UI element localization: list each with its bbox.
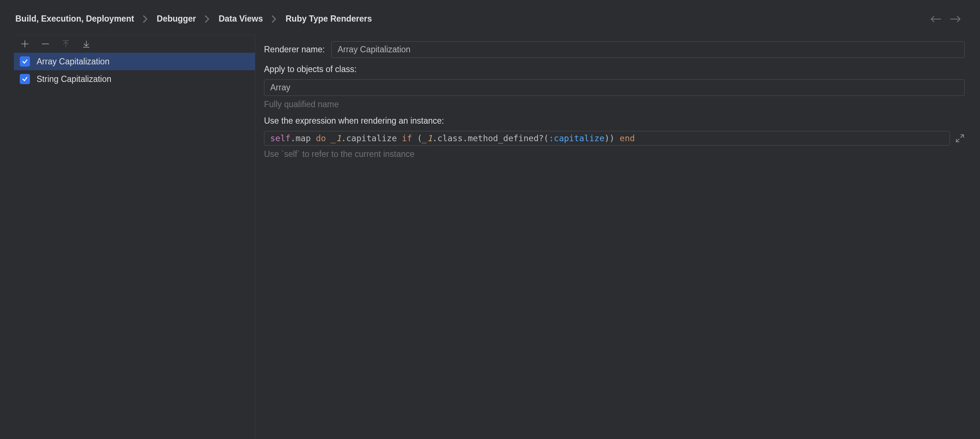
chevron-right-icon	[205, 15, 210, 23]
expression-label: Use the expression when rendering an ins…	[264, 116, 965, 126]
breadcrumb-item[interactable]: Build, Execution, Deployment	[15, 14, 134, 24]
breadcrumb-item[interactable]: Ruby Type Renderers	[286, 14, 372, 24]
expression-input[interactable]: self.map do _1.capitalize if (_1.class.m…	[264, 131, 950, 145]
add-button[interactable]	[21, 40, 29, 48]
renderer-name-label: Renderer name:	[264, 45, 325, 54]
breadcrumb-item[interactable]: Debugger	[157, 14, 196, 24]
renderer-toolbar	[14, 35, 255, 53]
apply-to-label: Apply to objects of class:	[264, 64, 965, 74]
apply-to-hint: Fully qualified name	[264, 99, 965, 109]
chevron-right-icon	[143, 15, 148, 23]
breadcrumb: Build, Execution, Deployment Debugger Da…	[15, 14, 372, 24]
renderer-name-input[interactable]	[331, 42, 965, 58]
forward-button[interactable]	[950, 15, 961, 23]
renderer-list: Array Capitalization String Capitalizati…	[14, 53, 255, 439]
checkbox-icon[interactable]	[20, 74, 30, 84]
apply-to-input[interactable]	[264, 80, 965, 96]
renderer-list-item[interactable]: Array Capitalization	[14, 53, 255, 70]
remove-button[interactable]	[41, 40, 50, 48]
renderer-list-item[interactable]: String Capitalization	[14, 70, 255, 88]
expression-hint: Use `self` to refer to the current insta…	[264, 149, 965, 159]
renderer-list-panel: Array Capitalization String Capitalizati…	[14, 35, 255, 439]
move-up-button[interactable]	[61, 40, 70, 48]
settings-header: Build, Execution, Deployment Debugger Da…	[0, 0, 980, 35]
back-button[interactable]	[930, 15, 941, 23]
move-down-button[interactable]	[82, 40, 91, 48]
header-nav	[930, 15, 965, 23]
chevron-right-icon	[272, 15, 277, 23]
breadcrumb-item[interactable]: Data Views	[219, 14, 263, 24]
expand-icon[interactable]	[955, 134, 965, 143]
renderer-list-label: Array Capitalization	[37, 57, 109, 67]
checkbox-icon[interactable]	[20, 56, 30, 67]
renderer-detail-panel: Renderer name: Apply to objects of class…	[255, 35, 980, 439]
renderer-list-label: String Capitalization	[37, 74, 111, 84]
